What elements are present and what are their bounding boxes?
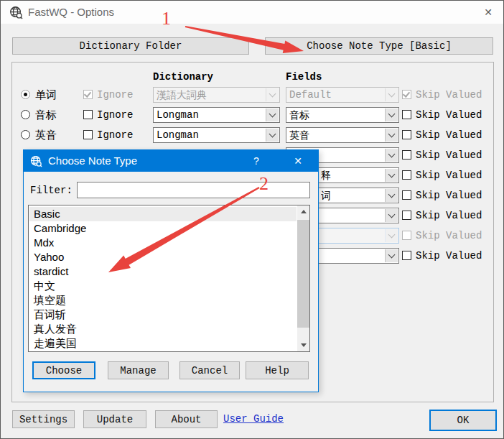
note-type-item[interactable]: Cambridge (29, 221, 297, 236)
chevron-down-icon (388, 251, 396, 258)
row-type-radio[interactable] (21, 130, 30, 139)
dialog-help-button[interactable]: ? (243, 150, 269, 172)
scroll-up-button[interactable] (297, 205, 309, 218)
ignore-checkbox[interactable] (83, 110, 93, 119)
note-type-item[interactable]: 填空题 (29, 293, 297, 308)
option-row: 英音IgnoreLongman英音Skip Valued (1, 126, 504, 144)
chevron-down-icon (388, 130, 396, 137)
skip-valued-label: Skip Valued (416, 170, 482, 181)
note-type-item[interactable]: 英语 (29, 351, 297, 352)
note-type-item[interactable]: 真人发音 (29, 322, 297, 336)
skip-valued-checkbox[interactable] (402, 150, 411, 160)
ignore-label: Ignore (97, 129, 133, 141)
skip-valued-checkbox[interactable] (402, 110, 411, 119)
fastwq-options-window: FastWQ - Options ✕ Dictionary Folder Cho… (0, 0, 504, 439)
skip-valued-label: Skip Valued (416, 230, 482, 241)
choose-button[interactable]: Choose (32, 361, 95, 379)
chevron-down-icon (388, 211, 396, 218)
help-button[interactable]: Help (246, 361, 309, 379)
fields-select: Default (286, 87, 399, 103)
dropdown-arrow-icon (385, 88, 398, 101)
settings-button[interactable]: Settings (12, 410, 75, 428)
skip-valued-label: Skip Valued (416, 129, 482, 141)
dialog-globe-icon (30, 155, 42, 170)
dictionary-select[interactable]: Longman (153, 107, 280, 123)
skip-valued-label: Skip Valued (416, 250, 482, 262)
dialog-title: Choose Note Type (48, 154, 137, 167)
update-button[interactable]: Update (83, 410, 146, 428)
fields-select-value: 释 (321, 170, 331, 182)
dropdown-arrow-icon (385, 229, 398, 242)
choose-note-type-button[interactable]: Choose Note Type [Basic] (265, 37, 493, 55)
skip-valued-label: Skip Valued (416, 190, 482, 201)
option-row: 单词Ignore漢語大詞典DefaultSkip Valued (1, 86, 504, 104)
chevron-down-icon (388, 90, 396, 97)
note-type-listbox: BasicCambridgeMdxYahoostardict中文填空题百词斩真人… (28, 205, 310, 352)
skip-valued-checkbox (402, 231, 411, 240)
dictionary-select[interactable]: Longman (153, 127, 280, 143)
window-titlebar[interactable]: FastWQ - Options ✕ (1, 1, 503, 24)
scroll-down-button[interactable] (297, 339, 309, 351)
chevron-down-icon (269, 130, 276, 137)
row-type-label: 单词 (35, 88, 57, 102)
scrollbar-thumb[interactable] (297, 220, 309, 328)
filter-input[interactable] (77, 182, 310, 198)
skip-valued-checkbox[interactable] (402, 251, 411, 260)
skip-valued-label: Skip Valued (416, 210, 482, 221)
skip-valued-checkbox[interactable] (402, 170, 411, 180)
skip-valued-label: Skip Valued (416, 89, 482, 101)
about-button[interactable]: About (155, 410, 218, 428)
ignore-checkbox[interactable] (83, 130, 93, 139)
skip-valued-checkbox[interactable] (402, 190, 411, 200)
fields-select[interactable]: 音标 (286, 107, 399, 123)
row-type-radio[interactable] (21, 110, 30, 119)
dropdown-arrow-icon (385, 209, 398, 222)
dialog-close-button[interactable]: ✕ (285, 150, 311, 172)
ignore-checkbox (83, 90, 93, 99)
dictionary-select-value: Longman (157, 129, 199, 141)
note-type-item[interactable]: 走遍美国 (29, 336, 297, 351)
dropdown-arrow-icon (385, 149, 398, 162)
dictionary-column-header: Dictionary (153, 71, 213, 83)
skip-valued-checkbox (402, 90, 411, 99)
fields-select-value: 英音 (289, 129, 309, 142)
dropdown-arrow-icon (385, 249, 398, 262)
dictionary-select-value: 漢語大詞典 (157, 89, 207, 102)
user-guide-link[interactable]: User Guide (223, 413, 284, 425)
chevron-down-icon (388, 110, 396, 117)
filter-label: Filter: (30, 185, 73, 196)
choose-note-type-dialog: Choose Note Type ? ✕ Filter: BasicCambri… (23, 149, 319, 392)
dropdown-arrow-icon (266, 129, 279, 142)
row-type-label: 英音 (35, 129, 57, 142)
fields-select-value: Default (289, 89, 332, 101)
skip-valued-checkbox[interactable] (402, 211, 411, 220)
ok-button[interactable]: OK (429, 410, 497, 431)
dialog-titlebar[interactable]: Choose Note Type ? ✕ (24, 150, 318, 172)
skip-valued-checkbox[interactable] (402, 130, 411, 139)
dropdown-arrow-icon (385, 129, 398, 142)
cancel-button[interactable]: Cancel (179, 361, 240, 379)
note-type-item[interactable]: Mdx (29, 236, 297, 250)
dictionary-folder-button[interactable]: Dictionary Folder (12, 37, 249, 55)
chevron-down-icon (269, 110, 276, 117)
dropdown-arrow-icon (385, 189, 398, 202)
note-type-item[interactable]: 中文 (29, 279, 297, 293)
fields-select[interactable]: 英音 (286, 127, 399, 143)
row-type-label: 音标 (35, 108, 57, 122)
dropdown-arrow-icon (266, 88, 279, 101)
note-type-item[interactable]: 百词斩 (29, 308, 297, 322)
dropdown-arrow-icon (385, 169, 398, 182)
row-type-radio (21, 90, 30, 99)
manage-button[interactable]: Manage (108, 361, 169, 379)
list-scrollbar[interactable] (297, 205, 309, 351)
chevron-down-icon (388, 231, 396, 238)
note-type-item[interactable]: stardict (29, 264, 297, 279)
note-type-item[interactable]: Yahoo (29, 250, 297, 264)
note-type-item[interactable]: Basic (29, 207, 297, 221)
option-row: 音标IgnoreLongman音标Skip Valued (1, 106, 504, 124)
chevron-down-icon (388, 170, 396, 177)
window-title: FastWQ - Options (28, 6, 114, 18)
fields-column-header: Fields (286, 71, 322, 83)
ignore-label: Ignore (97, 89, 133, 101)
window-close-button[interactable]: ✕ (477, 4, 499, 21)
